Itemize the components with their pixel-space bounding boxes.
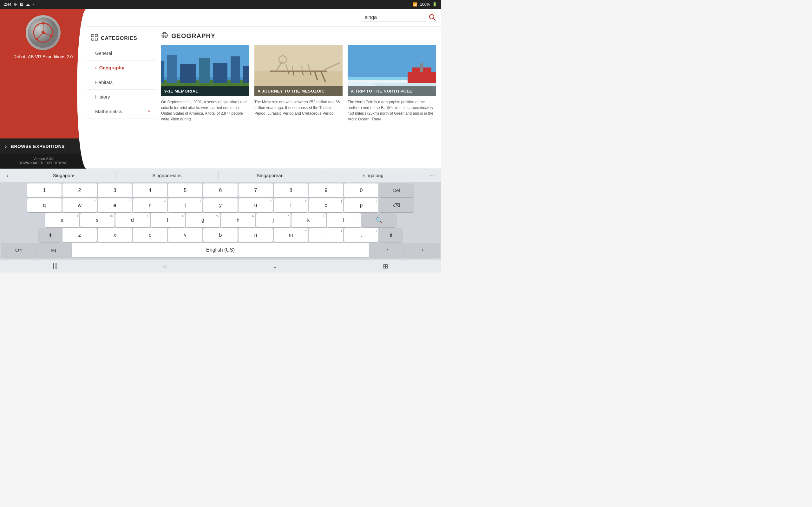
key-r[interactable]: r= [133,199,167,212]
key-b[interactable]: b; [203,228,238,242]
search-input[interactable] [362,13,426,22]
key-period[interactable]: .? [344,228,378,242]
suggestion-singaporeans[interactable]: Singaporeans [115,171,218,179]
key-comma[interactable]: ,! [309,228,343,242]
key-x[interactable]: x [98,228,132,242]
key-4[interactable]: 4 [133,183,167,198]
cards-row: 9-11 MEMORIAL On September 11, 2001, a s… [161,45,436,125]
key-sym[interactable]: !#1 [37,243,71,257]
logo-svg [27,17,59,49]
nav-home-button[interactable]: ○ [157,260,173,272]
key-u[interactable]: u< [239,199,273,212]
key-q[interactable]: q [27,199,61,212]
card-mesozoic-desc: The Mesozoic era was between 252 million… [254,96,343,119]
key-right[interactable]: › [405,243,440,257]
bottom-row: Ctrl !#1 English (US) ‹ › [1,243,440,257]
suggestion-singalong[interactable]: singalong [322,171,425,179]
svg-rect-51 [420,63,423,72]
key-m[interactable]: m~ [274,228,308,242]
sidebar-item-mathematics[interactable]: Mathematics [86,104,156,119]
key-j[interactable]: j* [256,213,291,227]
suggestions-more-button[interactable]: ⋯ [425,172,438,179]
sidebar-item-habitats[interactable]: Habitats [86,75,156,90]
key-8[interactable]: 8 [274,183,308,198]
key-space[interactable]: English (US) [72,243,369,257]
search-area [362,13,436,22]
grid-icon [91,34,98,42]
nav-down-button[interactable]: ⌄ [266,260,284,273]
sidebar-bottom: › BROWSE EXPEDITIONS Version 2.34 DOWNLO… [0,138,86,169]
key-n[interactable]: n [239,228,273,242]
key-p[interactable]: p] [344,199,378,212]
card-mesozoic[interactable]: A JOURNEY TO THE MESOZOIC The Mesozoic e… [254,45,343,125]
card-911-title: 9-11 MEMORIAL [161,86,249,96]
key-a[interactable]: a! [45,213,79,227]
key-search[interactable]: 🔍 [362,213,396,227]
sidebar-item-general[interactable]: General [86,46,156,60]
app-title: RobotLAB VR Expeditions 2.0 [14,54,73,60]
key-w[interactable]: w× [62,199,97,212]
card-northpole-image: A TRIP TO THE NORTH POLE [348,45,436,96]
svg-point-5 [42,22,44,24]
key-z[interactable]: z [62,228,97,242]
asdf-row: a! s@ d# f$ g% h& j* k( l) 🔍 [1,213,440,227]
nav-grid-button[interactable]: ⊞ [376,260,395,273]
nav-back-button[interactable]: ||| [46,260,64,272]
status-left: 2:44 ⚙ 🖼 ☁ • [4,2,34,7]
card-mesozoic-image: A JOURNEY TO THE MESOZOIC [254,45,343,96]
suggestion-singapore[interactable]: Singapore [12,171,115,179]
key-g[interactable]: g% [186,213,220,227]
active-chevron-icon: › [95,65,97,70]
globe-svg [161,32,168,39]
key-3[interactable]: 3 [98,183,132,198]
key-f[interactable]: f$ [151,213,185,227]
key-e[interactable]: e÷ [98,199,132,212]
zxcv-row: ⬆ z x c v b; n m~ ,! .? ⬆ [1,228,440,242]
key-ctrl[interactable]: Ctrl [1,243,36,257]
browse-expeditions-button[interactable]: › BROWSE EXPEDITIONS [0,138,86,154]
key-t[interactable]: t/ [168,199,202,212]
keyboard-back-button[interactable]: ‹ [3,172,12,179]
dot-icon: • [32,2,34,7]
svg-rect-11 [92,35,94,37]
card-northpole[interactable]: A TRIP TO THE NORTH POLE The North Pole … [348,45,436,125]
key-y[interactable]: y− [203,199,238,212]
key-shift-right[interactable]: ⬆ [379,228,402,242]
key-del[interactable]: Del [379,183,414,198]
sidebar-item-history[interactable]: History [86,90,156,104]
key-2[interactable]: 2 [62,183,97,198]
app-container: RobotLAB VR Expeditions 2.0 › BROWSE EXP… [0,9,441,273]
key-h[interactable]: h& [221,213,255,227]
key-9[interactable]: 9 [309,183,343,198]
svg-point-6 [50,35,52,37]
key-i[interactable]: i> [274,199,308,212]
key-shift-left[interactable]: ⬆ [39,228,61,242]
card-911-image: 9-11 MEMORIAL [161,45,249,96]
key-backspace[interactable]: ⌫ [379,199,414,212]
key-5[interactable]: 5 [168,183,202,198]
key-d[interactable]: d# [115,213,150,227]
keyboard-rows: 1 2 3 4 5 6 7 8 9 0 Del q w× e÷ r= t/ y−… [0,182,441,259]
left-nav: CATEGORIES General › Geography Habitats … [86,26,156,169]
key-7[interactable]: 7 [239,183,273,198]
svg-line-10 [434,18,436,20]
app-logo [26,15,61,50]
key-v[interactable]: v [168,228,202,242]
key-0[interactable]: 0 [344,183,378,198]
key-o[interactable]: o[ [309,199,343,212]
key-k[interactable]: k( [292,213,326,227]
search-button[interactable] [428,13,436,22]
suggestion-singaporean[interactable]: Singaporean [218,171,322,179]
key-c[interactable]: c [133,228,167,242]
sidebar-item-geography[interactable]: › Geography [86,60,156,75]
key-s[interactable]: s@ [80,213,114,227]
battery-level: 100% [420,2,430,7]
wifi-icon: 📶 [413,2,417,7]
key-1[interactable]: 1 [27,183,61,198]
key-left[interactable]: ‹ [370,243,404,257]
key-6[interactable]: 6 [203,183,238,198]
svg-rect-26 [180,64,196,83]
key-l[interactable]: l) [327,213,361,227]
card-911[interactable]: 9-11 MEMORIAL On September 11, 2001, a s… [161,45,249,125]
grid-svg [91,34,98,41]
